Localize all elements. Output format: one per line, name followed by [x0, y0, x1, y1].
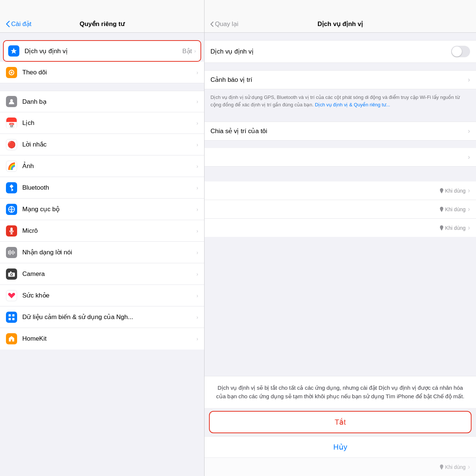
svg-rect-19 — [12, 318, 15, 320]
canh-bao-label: Cảnh báo vị trí — [210, 76, 468, 84]
main-toggle-section: Dịch vụ định vị — [205, 40, 476, 63]
photos-icon: 🌈 — [6, 161, 17, 172]
svg-rect-8 — [10, 250, 10, 255]
photos-chevron: › — [196, 163, 198, 169]
svg-rect-7 — [8, 251, 9, 254]
app-row-1[interactable]: Khi dùng › — [205, 181, 476, 200]
location-toggle[interactable] — [451, 46, 470, 57]
research-chevron: › — [196, 314, 198, 320]
left-back-button[interactable]: Cài đặt — [6, 20, 31, 28]
speech-item[interactable]: Nhận dạng lời nói › — [0, 242, 204, 263]
chia-se-label: Chia sẻ vị trí của tôi — [210, 127, 468, 135]
group-separator — [0, 83, 204, 91]
local-network-item[interactable]: Mạng cục bộ › — [0, 199, 204, 220]
speech-icon — [6, 247, 17, 258]
camera-item[interactable]: Camera › — [0, 263, 204, 285]
description-block: Dịch vụ định vị sử dụng GPS, Bluetooth v… — [205, 89, 476, 114]
tracking-chevron: › — [196, 70, 198, 75]
location-label: Dịch vụ định vị — [25, 47, 182, 55]
local-network-chevron: › — [196, 206, 198, 212]
chia-se-section: Chia sẻ vị trí của tôi › — [205, 122, 476, 141]
research-icon — [6, 312, 17, 323]
contacts-item[interactable]: Danh bạ › — [0, 91, 204, 112]
health-label: Sức khỏe — [22, 292, 196, 299]
health-icon — [6, 290, 17, 301]
app-row-3[interactable]: Khi dùng › — [205, 219, 476, 237]
location-services-item[interactable]: Dịch vụ định vị Bật › — [3, 40, 201, 62]
app-3-status: Khi dùng — [440, 225, 466, 231]
reminders-label: Lời nhắc — [22, 141, 196, 148]
reminders-chevron: › — [196, 142, 198, 148]
location-toggle-row[interactable]: Dịch vụ định vị — [205, 40, 476, 63]
svg-rect-18 — [9, 318, 11, 320]
location-value: Bật — [182, 47, 192, 55]
right-panel: Quay lại Dịch vụ định vị Dịch vụ định vị… — [205, 0, 476, 476]
tracking-icon — [6, 67, 17, 78]
camera-label: Camera — [22, 270, 196, 278]
dialog-huy-button[interactable]: Hủy — [205, 436, 476, 457]
chia-se-row[interactable]: Chia sẻ vị trí của tôi › — [205, 122, 476, 141]
contacts-chevron: › — [196, 99, 198, 104]
app-2-chevron: › — [468, 205, 470, 213]
desc-link[interactable]: Dịch vụ định vị & Quyền riêng tư... — [315, 102, 390, 107]
health-item[interactable]: Sức khỏe › — [0, 285, 204, 306]
right-back-label: Quay lại — [215, 20, 238, 28]
microphone-chevron: › — [196, 228, 198, 234]
left-panel: Cài đặt Quyền riêng tư Dịch vụ định vị B… — [0, 0, 205, 476]
empty-chevron: › — [468, 153, 470, 161]
contacts-icon — [6, 96, 17, 107]
svg-rect-10 — [13, 250, 13, 255]
speech-label: Nhận dạng lời nói — [22, 248, 196, 256]
local-network-label: Mạng cục bộ — [22, 205, 196, 213]
dialog-message: Dịch vụ định vị sẽ bị tắt cho tất cả các… — [205, 376, 476, 408]
contacts-label: Danh bạ — [22, 98, 196, 106]
right-back-button[interactable]: Quay lại — [210, 20, 238, 28]
bluetooth-icon — [6, 182, 17, 193]
homekit-icon — [6, 333, 17, 344]
research-item[interactable]: Dữ liệu cảm biến & sử dụng của Ngh... › — [0, 306, 204, 328]
location-chevron: › — [194, 48, 196, 54]
app-1-chevron: › — [468, 187, 470, 194]
reminders-icon: 🔴 — [6, 139, 17, 150]
camera-chevron: › — [196, 271, 198, 277]
left-back-label: Cài đặt — [11, 20, 31, 28]
right-title: Dịch vụ định vị — [318, 20, 363, 28]
health-chevron: › — [196, 293, 198, 299]
svg-rect-11 — [14, 251, 15, 254]
calendar-label: Lịch — [22, 119, 196, 127]
app-row-2[interactable]: Khi dùng › — [205, 200, 476, 219]
app-2-status: Khi dùng — [440, 206, 466, 212]
svg-point-2 — [10, 99, 13, 102]
canh-bao-section: Cảnh báo vị trí › — [205, 70, 476, 89]
svg-rect-4 — [10, 228, 13, 232]
svg-rect-17 — [12, 314, 15, 316]
svg-point-14 — [11, 274, 12, 275]
right-content: Dịch vụ định vị Cảnh báo vị trí › Dịch v… — [205, 33, 476, 476]
left-title: Quyền riêng tư — [80, 20, 125, 28]
microphone-icon — [6, 225, 17, 237]
calendar-chevron: › — [196, 120, 198, 126]
bluetooth-item[interactable]: Bluetooth › — [0, 177, 204, 199]
reminders-item[interactable]: 🔴 Lời nhắc › — [0, 134, 204, 155]
photos-item[interactable]: 🌈 Ảnh › — [0, 155, 204, 177]
research-label: Dữ liệu cảm biến & sử dụng của Ngh... — [22, 313, 196, 321]
empty-row[interactable]: › — [205, 148, 476, 167]
calendar-item[interactable]: 📅 Lịch › — [0, 112, 204, 134]
dialog-tat-button[interactable]: Tắt — [209, 411, 472, 433]
bluetooth-chevron: › — [196, 185, 198, 191]
homekit-item[interactable]: HomeKit › — [0, 328, 204, 350]
canh-bao-chevron: › — [468, 76, 470, 84]
app-3-chevron: › — [468, 224, 470, 232]
right-nav-bar: Quay lại Dịch vụ định vị — [205, 0, 476, 33]
tracking-label: Theo dõi — [22, 69, 196, 76]
microphone-item[interactable]: Micrô › — [0, 220, 204, 242]
svg-point-1 — [10, 71, 12, 73]
microphone-label: Micrô — [22, 227, 196, 235]
left-section-group1: Dịch vụ định vị Bật › Theo dõi › — [0, 40, 204, 83]
canh-bao-row[interactable]: Cảnh báo vị trí › — [205, 70, 476, 89]
left-nav-bar: Cài đặt Quyền riêng tư — [0, 0, 204, 33]
app-1-status: Khi dùng — [440, 188, 466, 194]
below-dialog-row: Khi dùng › — [205, 457, 476, 476]
camera-icon — [6, 268, 17, 280]
tracking-item[interactable]: Theo dõi › — [0, 62, 204, 83]
